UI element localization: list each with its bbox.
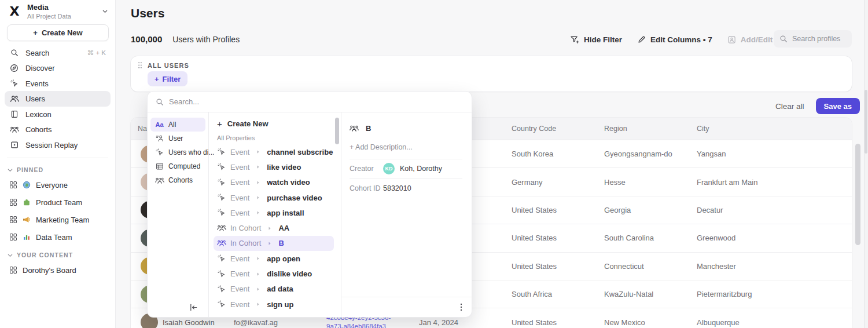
property-option-event-app-open[interactable]: Eventapp open xyxy=(214,251,334,266)
dropdown-category-all[interactable]: AaAll xyxy=(150,118,205,132)
search-icon xyxy=(9,49,19,57)
filter-button-label: Filter xyxy=(163,75,181,83)
dropdown-scrollbar-thumb[interactable] xyxy=(335,118,339,144)
filter-card: ALL USERS + Filter xyxy=(131,56,852,92)
sidebar-item-session-replay[interactable]: Session Replay xyxy=(5,137,111,153)
dropdown-create-new-label: Create New xyxy=(227,119,269,128)
property-prefix: Event xyxy=(230,178,249,187)
sidebar-item-label: Session Replay xyxy=(25,141,78,150)
search-profiles-input[interactable] xyxy=(792,35,844,43)
sidebar-board-everyone[interactable]: Everyone xyxy=(5,176,111,194)
sidebar-item-events[interactable]: Events xyxy=(5,76,111,92)
dropdown-create-new[interactable]: + Create New xyxy=(214,116,334,132)
your-content-section-header[interactable]: YOUR CONTENT xyxy=(0,249,115,261)
column-header-country-code[interactable]: Country Code xyxy=(512,125,604,133)
add-filter-button[interactable]: + Filter xyxy=(148,71,187,86)
sidebar-item-cohorts[interactable]: Cohorts xyxy=(5,122,111,137)
user-region-cell: Gyeongsangnam-do xyxy=(604,150,697,158)
user-country-cell: South Korea xyxy=(512,150,604,158)
clear-all-button[interactable]: Clear all xyxy=(775,102,804,111)
drag-handle-icon[interactable] xyxy=(138,61,142,69)
megaphone-emoji xyxy=(23,216,31,224)
sidebar-board-dorothy-s-board[interactable]: Dorothy's Board xyxy=(5,261,111,279)
property-option-event-dislike-video[interactable]: Eventdislike video xyxy=(214,266,334,281)
chart-emoji xyxy=(23,233,31,241)
property-option-event-channel-subscribe[interactable]: Eventchannel subscribe xyxy=(214,144,334,159)
sidebar-board-data-team[interactable]: Data Team xyxy=(5,228,111,246)
property-option-event-watch-video[interactable]: Eventwatch video xyxy=(214,175,334,190)
property-prefix: Event xyxy=(230,285,249,293)
sidebar-item-lexicon[interactable]: Lexicon xyxy=(5,107,111,122)
property-option-in-cohort-aa[interactable]: In CohortAA xyxy=(214,220,334,235)
more-options-icon[interactable] xyxy=(460,303,462,311)
chevron-down-icon xyxy=(7,167,13,173)
plus-icon: + xyxy=(217,119,222,129)
column-header-city[interactable]: City xyxy=(697,125,852,133)
column-header-region[interactable]: Region xyxy=(604,125,697,133)
user-region-cell: Hesse xyxy=(604,178,697,187)
sidebar-item-label: Events xyxy=(25,79,49,88)
sidebar-board-product-team[interactable]: Product Team xyxy=(5,194,111,211)
add-description-link[interactable]: + Add Description... xyxy=(350,140,462,159)
dropdown-search-input[interactable] xyxy=(169,97,285,106)
profile-count-label: Users with Profiles xyxy=(172,35,240,44)
property-option-event-ad-data[interactable]: Eventad data xyxy=(214,282,334,297)
filter-plus-icon xyxy=(570,35,579,44)
property-option-event-purchase-video[interactable]: Eventpurchase video xyxy=(214,190,334,205)
globe-emoji xyxy=(23,181,31,189)
hide-filter-button[interactable]: Hide Filter xyxy=(570,35,622,44)
property-option-event-app-install[interactable]: Eventapp install xyxy=(214,205,334,220)
property-option-in-cohort-b[interactable]: In CohortB xyxy=(214,236,334,251)
table-scrollbar-thumb[interactable] xyxy=(855,144,860,245)
event-icon xyxy=(217,163,226,171)
pinned-section-header[interactable]: PINNED xyxy=(0,163,115,176)
sidebar-item-search[interactable]: Search⌘ + K xyxy=(5,45,111,61)
property-option-event-like-video[interactable]: Eventlike video xyxy=(214,159,334,174)
sidebar-item-label: Lexicon xyxy=(25,110,52,119)
dropdown-search-row[interactable] xyxy=(148,92,472,112)
dropdown-category-user[interactable]: User xyxy=(150,132,205,145)
caret-right-icon xyxy=(253,150,263,154)
sidebar-item-discover[interactable]: Discover xyxy=(5,60,111,76)
board-label: Dorothy's Board xyxy=(23,266,76,275)
property-option-event-sign-up[interactable]: Eventsign up xyxy=(214,297,334,312)
puzzle-emoji xyxy=(23,198,31,206)
create-new-button[interactable]: + Create New xyxy=(7,24,109,41)
page-scrollbar[interactable] xyxy=(864,0,868,328)
filter-actions-row: Clear all Save as xyxy=(775,98,860,114)
dropdown-category-computed[interactable]: Computed xyxy=(150,159,205,173)
user-region-cell: Connecticut xyxy=(604,262,697,271)
page-scrollbar-thumb[interactable] xyxy=(865,90,867,154)
user-country-cell: United States xyxy=(512,206,604,214)
dropdown-property-list: + Create New All Properties Eventchannel… xyxy=(208,112,341,317)
dropdown-category-users-who-di[interactable]: Users who di... xyxy=(150,145,205,159)
user-email-cell: fo@ikavaf.ag xyxy=(234,318,326,327)
board-icon xyxy=(9,216,17,224)
computed-icon xyxy=(155,162,164,170)
user-region-cell: New Mexico xyxy=(604,318,697,327)
project-switcher[interactable]: X Media All Project Data xyxy=(0,0,115,22)
edit-columns-button[interactable]: Edit Columns • 7 xyxy=(637,35,712,44)
save-as-button[interactable]: Save as xyxy=(816,98,860,114)
property-value: app open xyxy=(267,254,300,263)
compass-icon xyxy=(9,64,19,72)
user-city-cell: Decatur xyxy=(697,206,852,214)
sidebar-item-label: Cohorts xyxy=(25,125,52,134)
property-prefix: Event xyxy=(230,194,249,202)
property-prefix: Event xyxy=(230,163,249,172)
board-label: Product Team xyxy=(36,198,82,207)
user-props-icon xyxy=(155,134,164,143)
user-country-cell: South Africa xyxy=(512,290,604,298)
user-city-cell: Greenwood xyxy=(697,234,852,242)
edit-columns-label: Edit Columns • 7 xyxy=(650,35,712,44)
creator-name: Koh, Dorothy xyxy=(400,165,442,173)
sidebar-item-users[interactable]: Users xyxy=(5,91,111,107)
property-prefix: Event xyxy=(230,300,249,309)
collapse-panel-icon[interactable] xyxy=(189,303,198,312)
dropdown-category-nav: AaAllUserUsers who di...ComputedCohorts xyxy=(148,112,208,317)
replay-icon xyxy=(9,141,19,149)
dropdown-category-cohorts[interactable]: Cohorts xyxy=(150,173,205,187)
search-profiles-box[interactable] xyxy=(774,30,852,48)
sidebar-board-marketing-team[interactable]: Marketing Team xyxy=(5,211,111,228)
property-prefix: Event xyxy=(230,148,249,156)
